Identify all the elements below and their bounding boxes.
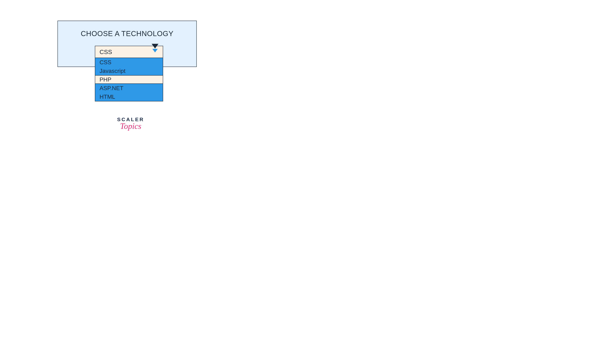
dropdown-selected-row[interactable]: CSS bbox=[95, 46, 163, 58]
panel-title: CHOOSE A TECHNOLOGY bbox=[81, 30, 173, 38]
technology-dropdown[interactable]: CSS CSS Javascript PHP ASP.NET HTML bbox=[95, 46, 163, 101]
dropdown-option-javascript[interactable]: Javascript bbox=[95, 66, 163, 75]
dropdown-selected-label: CSS bbox=[99, 49, 112, 55]
chevron-down-icon bbox=[152, 49, 158, 55]
dropdown-option-php[interactable]: PHP bbox=[95, 75, 163, 84]
dropdown-option-html[interactable]: HTML bbox=[95, 92, 163, 101]
dropdown-option-css[interactable]: CSS bbox=[95, 58, 163, 66]
dropdown-options-list: CSS Javascript PHP ASP.NET HTML bbox=[95, 58, 163, 101]
brand-logo: SCALER Topics bbox=[117, 117, 144, 131]
dropdown-option-aspnet[interactable]: ASP.NET bbox=[95, 84, 163, 92]
brand-subtitle: Topics bbox=[117, 121, 144, 131]
